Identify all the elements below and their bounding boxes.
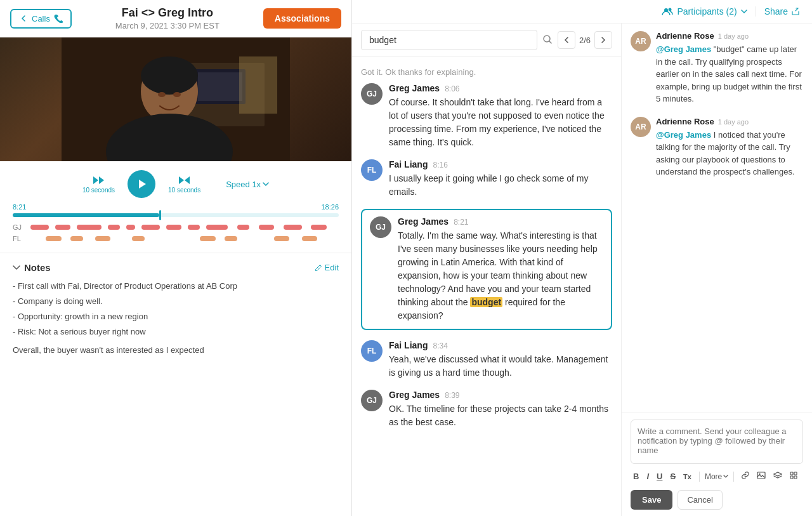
search-prev-button[interactable]	[558, 31, 575, 49]
chevron-down-notes-icon	[13, 265, 20, 270]
message-block-fl-1: FL Fai Liang 8:16 I usually keep it goin…	[361, 159, 612, 199]
svg-rect-18	[790, 476, 793, 479]
comment-input-area: B I U S Tx More	[622, 413, 812, 516]
right-content: 2/6 Got it. Ok thanks for explaining. GJ	[352, 23, 812, 516]
toolbar-grid-button[interactable]	[787, 470, 800, 482]
player-controls: 10 seconds 10 seconds Speed 1x	[0, 161, 351, 201]
track-segments-gj	[30, 225, 339, 230]
comments-list: AR Adrienne Rose 1 day ago @Greg James "…	[622, 23, 812, 413]
highlighted-message: GJ Greg James 8:21 Totally. I'm the same…	[361, 209, 612, 330]
calls-button[interactable]: Calls	[10, 9, 72, 29]
rewind-button[interactable]: 10 seconds	[82, 175, 115, 194]
comment-mention-2: @Greg James	[656, 130, 711, 140]
comment-text-1: @Greg James "budget" came up later in th…	[656, 43, 803, 105]
notes-list: - First call with Fai, Director of Produ…	[13, 279, 339, 339]
msg-name-gj-1: Greg James	[389, 83, 440, 93]
note-item-2: - Opportunity: growth in a new region	[13, 310, 339, 324]
comment-block-1: AR Adrienne Rose 1 day ago @Greg James "…	[631, 31, 803, 105]
msg-name-gj-2: Greg James	[398, 216, 449, 227]
svg-point-8	[173, 92, 181, 97]
comment-avatar-2: AR	[631, 117, 651, 137]
share-button[interactable]: Share	[755, 6, 799, 17]
comment-block-2: AR Adrienne Rose 1 day ago @Greg James I…	[631, 117, 803, 178]
chat-messages: Got it. Ok thanks for explaining. GJ Gre…	[352, 57, 621, 516]
toolbar-more-button[interactable]: More	[705, 472, 728, 481]
notes-section: Notes Edit - First call with Fai, Direct…	[0, 253, 351, 516]
comment-header-1: Adrienne Rose 1 day ago	[656, 31, 803, 41]
msg-time-gj-1: 8:06	[445, 84, 459, 93]
comment-header-2: Adrienne Rose 1 day ago	[656, 117, 803, 126]
track-gj: GJ	[13, 223, 339, 231]
timeline-progress	[13, 213, 159, 217]
comment-time-2: 1 day ago	[718, 118, 749, 126]
chevron-left-nav-icon	[564, 37, 569, 43]
associations-button[interactable]: Associations	[263, 8, 341, 29]
msg-content-gj-1: Greg James 8:06 Of course. It shouldn't …	[389, 83, 612, 149]
call-info: Fai <> Greg Intro March 9, 2021 3:30 PM …	[72, 6, 263, 30]
toolbar-underline-button[interactable]: U	[654, 470, 665, 482]
system-message: Got it. Ok thanks for explaining.	[361, 63, 612, 83]
msg-text-gj-2: Totally. I'm the same way. What's intere…	[398, 229, 603, 322]
avatar-fl-2: FL	[361, 340, 383, 362]
svg-point-7	[158, 92, 166, 97]
play-icon	[138, 179, 147, 189]
toolbar-italic-button[interactable]: I	[644, 470, 652, 482]
msg-content-gj-2: Greg James 8:21 Totally. I'm the same wa…	[398, 216, 603, 322]
search-bar: 2/6	[352, 23, 621, 57]
timeline-thumb	[159, 210, 161, 220]
search-next-button[interactable]	[594, 31, 612, 49]
forward-icon	[178, 175, 191, 185]
speed-button[interactable]: Speed 1x	[226, 180, 269, 189]
search-input[interactable]	[361, 30, 537, 50]
comment-name-1: Adrienne Rose	[656, 31, 714, 41]
toolbar-clear-button[interactable]: Tx	[681, 472, 694, 482]
video-container	[0, 37, 351, 161]
avatar-fl-1: FL	[361, 159, 383, 181]
comment-toolbar: B I U S Tx More	[631, 466, 803, 487]
msg-text-fl-1: I usually keep it going while I go check…	[389, 172, 612, 199]
comments-panel: AR Adrienne Rose 1 day ago @Greg James "…	[622, 23, 812, 516]
note-item-3: - Risk: Not a serious buyer right now	[13, 325, 339, 339]
notes-toggle[interactable]: Notes	[13, 262, 51, 273]
message-block-fl-2: FL Fai Liang 8:34 Yeah, we've discussed …	[361, 340, 612, 380]
link-icon	[742, 472, 749, 479]
search-nav-count: 2/6	[579, 36, 591, 45]
comment-textarea[interactable]	[631, 420, 803, 464]
toolbar-image-button[interactable]	[754, 470, 768, 482]
toolbar-layers-button[interactable]	[771, 470, 785, 482]
msg-content-fl-2: Fai Liang 8:34 Yeah, we've discussed wha…	[389, 340, 612, 380]
toolbar-strikethrough-button[interactable]: S	[667, 470, 678, 482]
svg-line-13	[549, 41, 551, 43]
share-icon	[792, 8, 799, 15]
toolbar-link-button[interactable]	[739, 470, 752, 482]
message-block-gj-3: GJ Greg James 8:39 OK. The timeline for …	[361, 390, 612, 429]
participants-icon	[662, 7, 673, 16]
search-icon-button[interactable]	[542, 34, 553, 46]
right-header: Participants (2) Share	[352, 0, 812, 23]
grid-icon	[790, 472, 797, 479]
svg-point-6	[141, 56, 198, 95]
timeline-bar[interactable]	[13, 213, 339, 217]
play-button[interactable]	[128, 170, 155, 198]
forward-button[interactable]: 10 seconds	[168, 175, 200, 194]
msg-header-fl-2: Fai Liang 8:34	[389, 340, 612, 350]
search-nav: 2/6	[558, 31, 612, 49]
toolbar-bold-button[interactable]: B	[631, 470, 641, 482]
msg-content-gj-3: Greg James 8:39 OK. The timeline for the…	[389, 390, 612, 429]
avatar-gj-3: GJ	[361, 390, 383, 411]
comment-mention-1: @Greg James	[656, 44, 711, 54]
track-label-fl: FL	[13, 235, 25, 242]
cancel-comment-button[interactable]: Cancel	[678, 490, 722, 510]
notes-edit-button[interactable]: Edit	[315, 263, 339, 272]
notes-summary: Overall, the buyer wasn't as interested …	[13, 345, 339, 355]
avatar-gj-1: GJ	[361, 83, 383, 105]
time-labels: 8:21 18:26	[13, 203, 339, 211]
rewind-icon	[92, 175, 105, 185]
video-placeholder	[0, 37, 351, 161]
svg-rect-3	[198, 72, 242, 101]
participants-button[interactable]: Participants (2)	[662, 6, 747, 17]
comment-name-2: Adrienne Rose	[656, 117, 714, 126]
chat-panel: 2/6 Got it. Ok thanks for explaining. GJ	[352, 23, 622, 516]
save-comment-button[interactable]: Save	[631, 490, 672, 510]
msg-name-fl-2: Fai Liang	[389, 340, 428, 350]
